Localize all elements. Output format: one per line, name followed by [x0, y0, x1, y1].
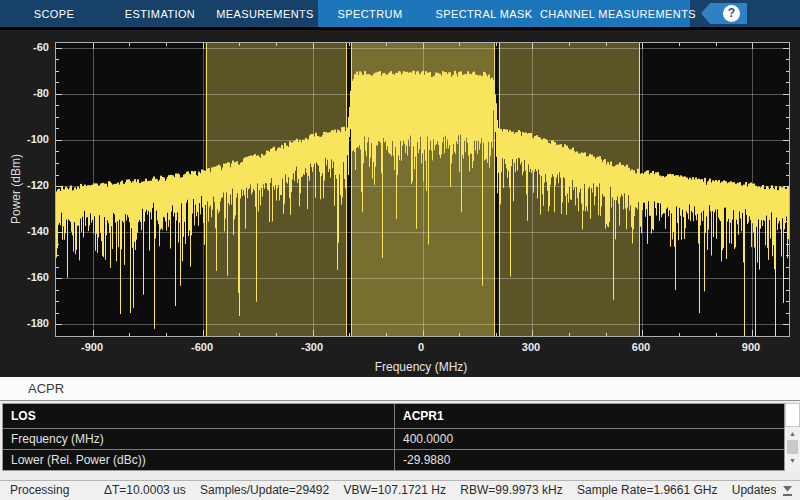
table-scrollbar[interactable]: ▲ ▼ [785, 403, 800, 471]
status-sample-rate: Sample Rate=1.9661 GHz [577, 483, 717, 497]
expand-down-icon[interactable] [781, 485, 794, 497]
status-rbw: RBW=99.9973 kHz [460, 483, 562, 497]
toolstrip: SCOPE ESTIMATION MEASUREMENTS SPECTRUM S… [0, 0, 800, 27]
table-header-row: LOS ACPR1 [3, 404, 784, 429]
spectrum-analyzer-window: SCOPE ESTIMATION MEASUREMENTS SPECTRUM S… [0, 0, 800, 500]
status-samples-per-update: Samples/Update=29492 [200, 483, 329, 497]
y-tick-label: -60 [0, 40, 49, 54]
help-icon[interactable]: ? [723, 5, 740, 22]
y-tick-label: -100 [0, 132, 49, 146]
tab-spectral-mask[interactable]: SPECTRAL MASK [422, 0, 546, 27]
y-tick-label: -180 [0, 316, 49, 330]
y-tick-label: -140 [0, 224, 49, 238]
channel-measurements-panel: ACPR LOS ACPR1 Frequency (MHz) 400.0000 … [0, 377, 800, 480]
status-metrics: ΔT=10.0003 us Samples/Update=29492 VBW=1… [104, 483, 776, 497]
y-tick-label: -160 [0, 270, 49, 284]
acpr-table: LOS ACPR1 Frequency (MHz) 400.0000 Lower… [2, 403, 785, 471]
tab-scope[interactable]: SCOPE [0, 0, 108, 27]
x-tick-label: 900 [716, 341, 786, 353]
help-tag[interactable]: ? [701, 3, 747, 24]
table-row: Frequency (MHz) 400.0000 [3, 429, 784, 450]
status-state: Processing [10, 483, 69, 497]
x-axis-label: Frequency (MHz) [375, 360, 468, 374]
row-label-lower-rel-power: Lower (Rel. Power (dBc)) [3, 450, 395, 470]
status-delta-t: ΔT=10.0003 us [104, 483, 186, 497]
x-tick-label: -600 [167, 341, 237, 353]
tab-spectrum[interactable]: SPECTRUM [318, 0, 422, 27]
tab-estimation[interactable]: ESTIMATION [108, 0, 212, 27]
status-bar: Processing ΔT=10.0003 us Samples/Update=… [0, 480, 800, 500]
y-tick-label: -80 [0, 86, 49, 100]
row-label-frequency: Frequency (MHz) [3, 429, 395, 449]
acpr-titlebar: ACPR [0, 377, 800, 401]
scope-panel: Power (dBm) -60 -80 -100 -120 -140 -160 … [0, 30, 800, 377]
status-vbw: VBW=107.1721 Hz [344, 483, 446, 497]
scrollbar-track-top [785, 403, 800, 427]
scroll-up-icon[interactable]: ▲ [785, 427, 800, 440]
x-tick-label: 300 [496, 341, 566, 353]
table-header-acpr1: ACPR1 [395, 404, 784, 428]
table-row: Lower (Rel. Power (dBc)) -29.9880 [3, 450, 784, 470]
x-tick-label: 600 [606, 341, 676, 353]
table-header-los: LOS [3, 404, 395, 428]
row-value-frequency: 400.0000 [395, 429, 784, 449]
tab-channel-measurements[interactable]: CHANNEL MEASUREMENTS [546, 0, 690, 27]
status-updates: Updates=1 [732, 483, 776, 497]
acpr-panel-title: ACPR [28, 377, 800, 400]
scroll-down-icon[interactable]: ▼ [785, 454, 800, 467]
tab-measurements[interactable]: MEASUREMENTS [212, 0, 318, 27]
plot-area [55, 42, 790, 337]
spectrum-canvas[interactable] [56, 43, 789, 336]
y-tick-label: -120 [0, 178, 49, 192]
scrollbar-thumb[interactable] [787, 440, 798, 454]
x-tick-label: -900 [57, 341, 127, 353]
active-tab-group: SPECTRUM SPECTRAL MASK CHANNEL MEASUREME… [318, 0, 690, 27]
x-tick-label: -300 [277, 341, 347, 353]
x-tick-label: 0 [386, 341, 456, 353]
row-value-lower-rel-power: -29.9880 [395, 450, 784, 470]
